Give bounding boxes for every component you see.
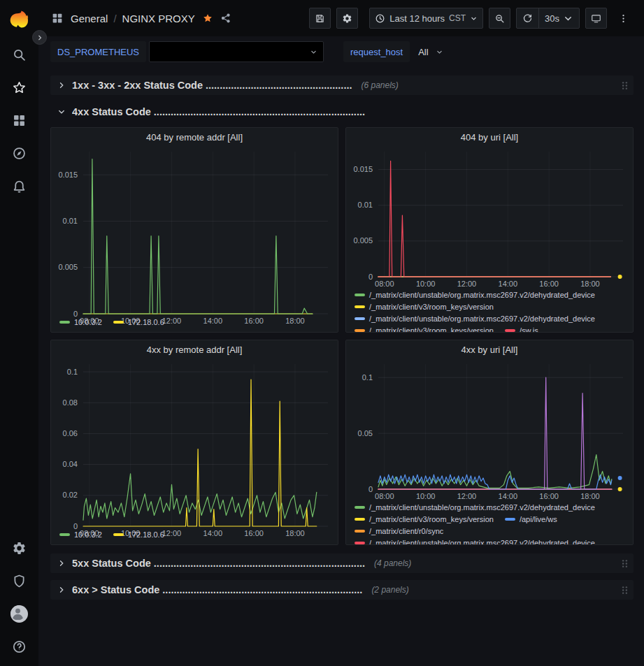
panel-legend: 10.0.3.2172.18.0.6 xyxy=(51,528,338,544)
row-header-6xx[interactable]: 6xx > Status Code ......................… xyxy=(50,580,634,600)
zoom-out-time-button[interactable] xyxy=(489,8,510,29)
main-area: General / NGINX PROXY xyxy=(38,0,644,666)
variables-bar: DS_PROMETHEUS request_host All xyxy=(38,36,644,67)
legend-label: 10.0.3.2 xyxy=(74,530,102,539)
panel-title[interactable]: 404 by remote addr [All] xyxy=(51,128,338,146)
breadcrumb-dashboard-title[interactable]: NGINX PROXY xyxy=(122,13,195,24)
sidebar-item-explore[interactable] xyxy=(0,137,38,170)
save-dashboard-button[interactable] xyxy=(309,8,331,29)
svg-text:0.02: 0.02 xyxy=(63,491,78,499)
dashboard-settings-button[interactable] xyxy=(336,8,358,29)
svg-text:10:00: 10:00 xyxy=(416,492,436,500)
panel-title[interactable]: 4xx by remote addr [All] xyxy=(51,340,338,359)
svg-text:0.1: 0.1 xyxy=(67,368,78,376)
refresh-icon xyxy=(522,13,533,24)
variable-value-datasource[interactable] xyxy=(149,41,324,62)
star-icon xyxy=(12,80,27,95)
compass-icon xyxy=(12,146,27,161)
legend-item[interactable]: /_matrix/client/v3/room_keys/version xyxy=(355,302,494,312)
legend-swatch-icon xyxy=(505,518,515,521)
panel-404-by-remote-addr: 404 by remote addr [All] 08:0010:0012:00… xyxy=(50,127,338,333)
legend-item[interactable]: 172.18.0.6 xyxy=(113,530,164,540)
legend-label: /_matrix/client/v3/room_keys/version xyxy=(369,326,494,332)
svg-text:12:00: 12:00 xyxy=(457,280,477,288)
row-header-4xx[interactable]: 4xx Status Code ........................… xyxy=(50,102,634,122)
svg-text:16:00: 16:00 xyxy=(539,280,559,288)
more-options-button[interactable] xyxy=(613,8,634,29)
time-range-picker[interactable]: Last 12 hours CST xyxy=(369,8,483,29)
legend-item[interactable]: /_matrix/client/unstable/org.matrix.msc2… xyxy=(355,314,595,324)
svg-text:10:00: 10:00 xyxy=(416,280,436,288)
panel-title-text: 4xx by remote addr [All] xyxy=(147,345,243,355)
dashboards-grid-icon xyxy=(12,113,27,128)
svg-text:08:00: 08:00 xyxy=(375,492,394,500)
panel-legend: 10.0.3.2172.18.0.6 xyxy=(51,316,338,332)
apps-grid-icon xyxy=(51,12,64,24)
svg-text:0.08: 0.08 xyxy=(63,398,78,407)
legend-item[interactable]: /_matrix/client/unstable/org.matrix.msc2… xyxy=(355,502,595,512)
legend-label: /api/live/ws xyxy=(520,515,557,523)
legend-item[interactable]: 10.0.3.2 xyxy=(59,530,102,540)
sidebar-item-dashboards[interactable] xyxy=(0,104,38,137)
legend-label: 10.0.3.2 xyxy=(74,318,102,326)
legend-item[interactable]: /_matrix/client/r0/sync xyxy=(355,526,443,536)
panel-4xx-by-remote-addr: 4xx by remote addr [All] 08:0010:0012:00… xyxy=(50,340,338,545)
legend-swatch-icon xyxy=(355,317,365,320)
legend-item[interactable]: /_matrix/client/v3/room_keys/version xyxy=(355,326,494,332)
legend-item[interactable]: /_matrix/client/unstable/org.matrix.msc2… xyxy=(355,290,595,300)
sidebar-item-help[interactable] xyxy=(0,630,38,663)
svg-text:12:00: 12:00 xyxy=(457,492,477,500)
favorite-star-icon[interactable] xyxy=(202,13,213,24)
drag-handle-icon[interactable] xyxy=(620,558,629,569)
chevron-right-icon xyxy=(57,586,66,594)
legend-item[interactable]: /api/live/ws xyxy=(505,514,557,524)
row-title: 4xx Status Code ........................… xyxy=(72,106,365,117)
question-circle-icon xyxy=(12,639,27,654)
svg-text:18:00: 18:00 xyxy=(580,492,600,500)
legend-item[interactable]: /_matrix/client/v3/room_keys/version xyxy=(355,514,494,524)
legend-item[interactable]: 172.18.0.6 xyxy=(113,317,164,327)
caret-down-icon xyxy=(436,48,443,56)
svg-text:0.005: 0.005 xyxy=(58,263,78,271)
sidebar-expand-button[interactable] xyxy=(32,30,47,45)
legend-label: /_matrix/client/unstable/org.matrix.msc2… xyxy=(369,503,595,512)
sidebar xyxy=(0,0,38,666)
refresh-button[interactable] xyxy=(517,8,538,28)
panel-title[interactable]: 4xx by uri [All] xyxy=(346,340,633,359)
gear-icon xyxy=(342,13,352,24)
variable-label-request-host: request_host xyxy=(343,41,410,62)
row-panel-count: (4 panels) xyxy=(374,558,411,568)
variable-value-request-host[interactable]: All xyxy=(413,41,448,62)
row-title: 6xx > Status Code ......................… xyxy=(72,584,362,595)
breadcrumb-separator: / xyxy=(113,13,116,24)
refresh-interval-dropdown[interactable]: 30s xyxy=(538,8,579,28)
sidebar-item-server-admin[interactable] xyxy=(0,565,38,598)
legend-swatch-icon xyxy=(355,518,365,521)
share-icon[interactable] xyxy=(220,13,231,24)
caret-down-icon xyxy=(563,13,573,24)
sidebar-item-search[interactable] xyxy=(0,38,38,71)
row-header-5xx[interactable]: 5xx Status Code ........................… xyxy=(50,553,634,573)
tv-kiosk-button[interactable] xyxy=(585,8,607,29)
svg-text:0.04: 0.04 xyxy=(63,460,78,468)
drag-handle-icon[interactable] xyxy=(620,585,629,595)
time-series-chart[interactable]: 08:0010:0012:0014:0016:0018:0000.0050.01… xyxy=(51,146,338,316)
sidebar-item-configuration[interactable] xyxy=(0,532,38,565)
breadcrumb-folder[interactable]: General xyxy=(71,13,108,24)
svg-text:0.015: 0.015 xyxy=(353,165,373,173)
drag-handle-icon[interactable] xyxy=(620,80,629,91)
time-series-chart[interactable]: 08:0010:0012:0014:0016:0018:0000.0050.01… xyxy=(346,146,633,289)
search-icon xyxy=(12,48,27,62)
time-series-chart[interactable]: 08:0010:0012:0014:0016:0018:0000.050.1 xyxy=(346,359,633,501)
row-header-1xx-3xx-2xx[interactable]: 1xx - 3xx - 2xx Status Code ............… xyxy=(50,75,634,95)
time-series-chart[interactable]: 08:0010:0012:0014:0016:0018:0000.020.040… xyxy=(51,359,338,528)
legend-item[interactable]: /sw.js xyxy=(505,326,538,332)
sidebar-item-alerting[interactable] xyxy=(0,170,38,203)
panel-title[interactable]: 404 by uri [All] xyxy=(346,128,633,146)
sidebar-item-starred[interactable] xyxy=(0,71,38,104)
row-panel-count: (6 panels) xyxy=(362,80,399,90)
sidebar-item-profile[interactable] xyxy=(0,598,38,630)
legend-item[interactable]: 10.0.3.2 xyxy=(59,317,102,327)
save-icon xyxy=(315,13,325,24)
legend-item[interactable]: /_matrix/client/unstable/org.matrix.msc2… xyxy=(355,538,595,544)
